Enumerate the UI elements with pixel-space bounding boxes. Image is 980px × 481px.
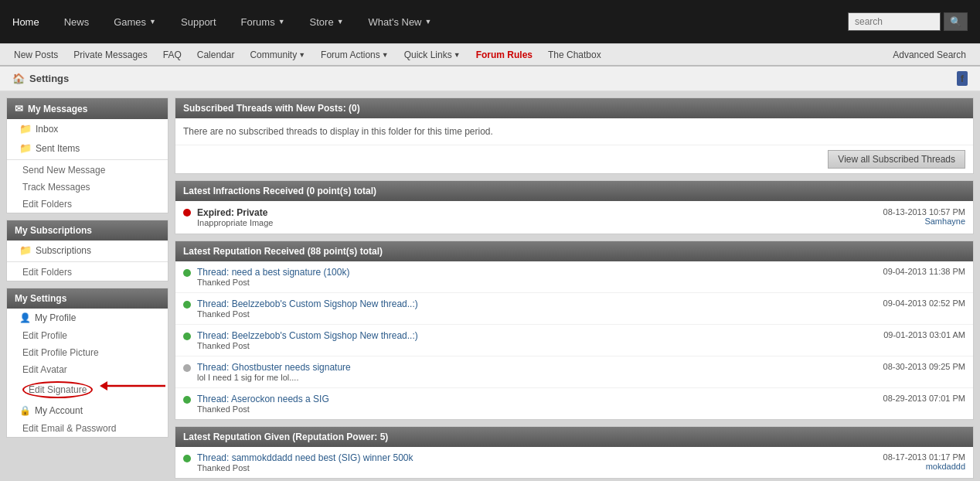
my-subscriptions-section: My Subscriptions 📁 Subscriptions Edit Fo…: [6, 220, 168, 281]
forums-dropdown-arrow: ▼: [278, 18, 285, 26]
rep-type-4: Thanked Post: [197, 404, 877, 414]
rep-details-0: Thread: need a best signature (100k) Tha…: [197, 267, 877, 287]
rep-thread-link-3[interactable]: Thread: Ghostbuster needs signature: [197, 362, 877, 373]
private-messages-nav[interactable]: Private Messages: [66, 43, 155, 67]
secondary-navigation: New Posts Private Messages FAQ Calendar …: [0, 43, 980, 67]
latest-reputation-received-header: Latest Reputation Received (88 point(s) …: [175, 241, 973, 261]
search-input[interactable]: [848, 12, 941, 31]
games-dropdown-arrow: ▼: [149, 18, 156, 26]
my-subscriptions-header: My Subscriptions: [7, 220, 168, 240]
quick-links-dropdown-arrow: ▼: [454, 51, 461, 59]
svg-marker-1: [100, 381, 107, 391]
forum-rules-nav[interactable]: Forum Rules: [468, 43, 540, 67]
community-nav[interactable]: Community ▼: [242, 43, 313, 67]
new-posts-nav[interactable]: New Posts: [6, 43, 66, 67]
advanced-search-link[interactable]: Advanced Search: [885, 43, 974, 67]
page-title: Settings: [29, 73, 69, 84]
content-area: Subscribed Threads with New Posts: (0) T…: [175, 97, 974, 479]
breadcrumb: 🏠 Settings f: [0, 67, 980, 91]
my-settings-section: My Settings 👤 My Profile Edit Profile Ed…: [6, 288, 168, 438]
community-dropdown-arrow: ▼: [298, 51, 305, 59]
infraction-date: 08-13-2013 10:57 PM: [883, 207, 965, 217]
rep-meta-4: 08-29-2013 07:01 PM: [883, 394, 965, 403]
my-settings-header: My Settings: [7, 288, 168, 309]
rep-details-3: Thread: Ghostbuster needs signature lol …: [197, 362, 877, 382]
rep-thread-link-2[interactable]: Thread: Beelzzebob's Custom Sigshop New …: [197, 330, 877, 341]
edit-avatar-link[interactable]: Edit Avatar: [7, 361, 168, 378]
rep-row-2: Thread: Beelzzebob's Custom Sigshop New …: [175, 325, 973, 356]
sent-folder-icon: 📁: [19, 142, 32, 154]
latest-reputation-received-section: Latest Reputation Received (88 point(s) …: [175, 240, 974, 420]
rep-row-3: Thread: Ghostbuster needs signature lol …: [175, 356, 973, 388]
news-nav[interactable]: News: [52, 0, 102, 43]
edit-profile-picture-link[interactable]: Edit Profile Picture: [7, 344, 168, 361]
infraction-username[interactable]: Samhayne: [883, 217, 965, 226]
rep-thread-link-4[interactable]: Thread: Aserockon needs a SIG: [197, 394, 877, 404]
infraction-details: Expired: Private Inappropriate Image: [197, 207, 877, 227]
sidebar: ✉ My Messages 📁 Inbox 📁 Sent Items Send …: [6, 97, 168, 479]
forums-nav[interactable]: Forums ▼: [229, 0, 298, 43]
edit-signature-link[interactable]: Edit Signature: [7, 378, 168, 401]
subscribed-threads-body: There are no subscribed threads to displ…: [175, 118, 973, 145]
my-messages-header: ✉ My Messages: [7, 98, 168, 119]
rep-given-thread-link-0[interactable]: Thread: sammokddadd need best (SIG) winn…: [197, 452, 877, 463]
search-button[interactable]: 🔍: [944, 12, 968, 31]
latest-infractions-section: Latest Infractions Received (0 point(s) …: [175, 180, 974, 234]
edit-email-password-link[interactable]: Edit Email & Password: [7, 420, 168, 437]
chatbox-nav[interactable]: The Chatbox: [540, 43, 609, 67]
whatsnew-dropdown-arrow: ▼: [425, 18, 432, 26]
rep-type-2: Thanked Post: [197, 341, 877, 350]
edit-folders-messages-link[interactable]: Edit Folders: [7, 196, 168, 213]
edit-folders-subscriptions-link[interactable]: Edit Folders: [7, 264, 168, 281]
store-dropdown-arrow: ▼: [337, 18, 344, 26]
rep-meta-1: 09-04-2013 02:52 PM: [883, 298, 965, 308]
my-account-item[interactable]: 🔒 My Account: [7, 401, 168, 420]
rep-type-3: lol I need 1 sig for me lol....: [197, 373, 877, 382]
quick-links-nav[interactable]: Quick Links ▼: [396, 43, 468, 67]
rep-given-meta-0: 08-17-2013 01:17 PM mokdaddd: [883, 452, 965, 471]
games-nav[interactable]: Games ▼: [101, 0, 168, 43]
subscribed-threads-section: Subscribed Threads with New Posts: (0) T…: [175, 97, 974, 174]
track-messages-link[interactable]: Track Messages: [7, 179, 168, 196]
rep-dot-2: [183, 333, 191, 340]
rep-thread-link-0[interactable]: Thread: need a best signature (100k): [197, 267, 877, 278]
forum-actions-dropdown-arrow: ▼: [382, 51, 389, 59]
home-nav[interactable]: Home: [0, 0, 52, 43]
edit-signature-circled[interactable]: Edit Signature: [22, 381, 93, 398]
rep-details-4: Thread: Aserockon needs a SIG Thanked Po…: [197, 394, 877, 414]
messages-icon: ✉: [15, 103, 23, 114]
inbox-item[interactable]: 📁 Inbox: [7, 119, 168, 138]
rep-meta-0: 09-04-2013 11:38 PM: [883, 267, 965, 276]
top-navigation: Home News Games ▼ Support Forums ▼ Store…: [0, 0, 980, 43]
my-messages-section: ✉ My Messages 📁 Inbox 📁 Sent Items Send …: [6, 97, 168, 213]
whatsnew-nav[interactable]: What's New ▼: [356, 0, 444, 43]
infraction-row: Expired: Private Inappropriate Image 08-…: [175, 201, 973, 234]
rep-given-details-0: Thread: sammokddadd need best (SIG) winn…: [197, 452, 877, 472]
rep-meta-3: 08-30-2013 09:25 PM: [883, 362, 965, 371]
store-nav[interactable]: Store ▼: [298, 0, 356, 43]
faq-nav[interactable]: FAQ: [155, 43, 189, 67]
rep-details-1: Thread: Beelzzebob's Custom Sigshop New …: [197, 298, 877, 319]
infraction-title: Expired: Private: [197, 207, 877, 218]
facebook-icon[interactable]: f: [957, 71, 968, 86]
person-icon: 👤: [19, 312, 31, 323]
rep-dot-3: [183, 364, 191, 372]
support-nav[interactable]: Support: [168, 0, 229, 43]
rep-dot-4: [183, 396, 191, 404]
send-new-message-link[interactable]: Send New Message: [7, 162, 168, 179]
rep-given-row-0: Thread: sammokddadd need best (SIG) winn…: [175, 447, 973, 478]
rep-given-username-0[interactable]: mokdaddd: [883, 462, 965, 471]
view-all-subscribed-threads-button[interactable]: View all Subscribed Threads: [828, 150, 965, 169]
sent-items-item[interactable]: 📁 Sent Items: [7, 138, 168, 158]
arrow-annotation: [100, 377, 169, 395]
subscriptions-item[interactable]: 📁 Subscriptions: [7, 240, 168, 260]
forum-actions-nav[interactable]: Forum Actions ▼: [313, 43, 396, 67]
rep-type-1: Thanked Post: [197, 309, 877, 319]
calendar-nav[interactable]: Calendar: [189, 43, 243, 67]
main-container: ✉ My Messages 📁 Inbox 📁 Sent Items Send …: [0, 91, 980, 481]
rep-thread-link-1[interactable]: Thread: Beelzzebob's Custom Sigshop New …: [197, 298, 877, 309]
latest-reputation-given-header: Latest Reputation Given (Reputation Powe…: [175, 427, 973, 447]
rep-given-type-0: Thanked Post: [197, 463, 877, 472]
edit-profile-link[interactable]: Edit Profile: [7, 327, 168, 344]
my-profile-item[interactable]: 👤 My Profile: [7, 309, 168, 327]
